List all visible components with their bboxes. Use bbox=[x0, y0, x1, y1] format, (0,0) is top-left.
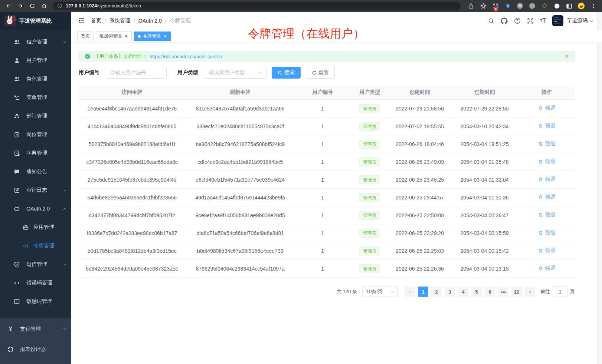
extensions-puzzle-icon[interactable] bbox=[552, 1, 562, 11]
next-page-button[interactable]: › bbox=[525, 287, 535, 297]
page-button-6[interactable]: 6 bbox=[485, 287, 495, 297]
refresh-token-cell: 811c530487574fa0af1a59d3abc1aa66 bbox=[185, 106, 295, 112]
doc-link[interactable]: https://doc.iocoder.cn/user-center/ bbox=[150, 54, 222, 59]
sidebar-item-post[interactable]: 岗位管理 bbox=[0, 125, 71, 144]
tag-view-tab[interactable]: 敏感词管理✕ bbox=[96, 32, 132, 41]
force-logout-button[interactable]: 强退 bbox=[538, 194, 555, 201]
green-star-extension-icon[interactable] bbox=[540, 1, 549, 11]
table-row: 1ea5e44f8bc1467aaede43144f31de76811c5304… bbox=[79, 100, 575, 118]
browser-menu-icon[interactable] bbox=[589, 1, 598, 11]
browser-forward-button[interactable] bbox=[16, 1, 25, 11]
force-logout-button[interactable]: 强退 bbox=[538, 212, 555, 218]
github-icon[interactable] bbox=[501, 17, 508, 24]
sidebar-item-sms[interactable]: 短信管理 bbox=[0, 255, 71, 274]
breadcrumb-separator: / bbox=[134, 18, 135, 24]
page-button-4[interactable]: 4 bbox=[458, 287, 468, 297]
sidebar-item-sensitive[interactable]: 敏感词管理 bbox=[0, 292, 71, 311]
bookmark-star-icon[interactable] bbox=[478, 1, 488, 11]
site-info-icon[interactable] bbox=[57, 3, 62, 9]
dot-extension-icon[interactable] bbox=[527, 1, 537, 11]
sidebar-item-role[interactable]: 角色管理 bbox=[0, 70, 71, 88]
extension-grid-icon[interactable]: 9 bbox=[491, 1, 500, 11]
page-more-button[interactable]: ••• bbox=[498, 287, 508, 297]
force-logout-button[interactable]: 强退 bbox=[538, 247, 555, 254]
sidebar-item-errcode[interactable]: 错误码管理 bbox=[0, 274, 71, 292]
force-logout-button[interactable]: 强退 bbox=[538, 229, 555, 236]
share-icon[interactable] bbox=[466, 1, 476, 11]
fullscreen-icon[interactable] bbox=[527, 17, 534, 24]
force-logout-button[interactable]: 强退 bbox=[538, 105, 555, 112]
page-button-1[interactable]: 1 bbox=[418, 287, 428, 297]
column-header: 访问令牌 bbox=[79, 89, 185, 96]
browser-reload-button[interactable] bbox=[27, 1, 37, 11]
page-button-12[interactable]: 12 bbox=[511, 287, 522, 297]
sidebar-item-report[interactable]: 报表设计器 bbox=[0, 339, 71, 360]
user-avatar[interactable] bbox=[552, 15, 563, 26]
page-button-3[interactable]: 3 bbox=[445, 287, 455, 297]
sidebar-item-pay[interactable]: ¥支付管理 bbox=[0, 319, 71, 339]
profile-avatar-emoji[interactable] bbox=[576, 1, 586, 11]
user-type-select[interactable]: 请选择用户类型 bbox=[204, 67, 267, 79]
search-icon[interactable] bbox=[488, 18, 494, 24]
help-icon[interactable] bbox=[514, 17, 521, 24]
refresh-token-cell: 49d1aa46d1454fbd87591444423be9fa bbox=[185, 195, 295, 201]
breadcrumb-item[interactable]: 首页 bbox=[91, 17, 101, 24]
tag-view-tab[interactable]: 首页 bbox=[77, 32, 94, 41]
tab-close-icon[interactable]: ✕ bbox=[124, 34, 128, 39]
actions-cell: 强退 bbox=[519, 265, 575, 272]
page-size-select[interactable]: 10条/页 bbox=[362, 287, 398, 297]
user-id-input[interactable] bbox=[105, 67, 167, 79]
sidebar-item-dept[interactable]: 部门管理 bbox=[0, 107, 71, 125]
breadcrumb-item[interactable]: 系统管理 bbox=[109, 17, 130, 24]
browser-home-button[interactable] bbox=[39, 1, 49, 11]
sidebar-item-dict[interactable]: 字典管理 bbox=[0, 144, 71, 162]
force-logout-button[interactable]: 强退 bbox=[538, 176, 555, 183]
username[interactable]: 芋道源码 bbox=[567, 17, 588, 24]
search-button[interactable]: 搜索 bbox=[272, 67, 301, 79]
prev-page-button[interactable]: ‹ bbox=[405, 287, 415, 297]
sidebar-bottom-menu: ¥支付管理报表设计器 bbox=[0, 318, 71, 364]
create-time-cell: 2022-07-02 18:55:55 bbox=[389, 123, 450, 129]
force-logout-button[interactable]: 强退 bbox=[538, 265, 555, 272]
breadcrumb-item[interactable]: OAuth 2.0 bbox=[138, 18, 162, 24]
expire-time-cell: 2054-03-04 00:36:47 bbox=[450, 212, 519, 218]
sidebar-item-oauth2[interactable]: OAuth 2.0 bbox=[0, 199, 71, 218]
table-row: b0d1785bc3a8482f812db4a3f3bd15ecb0df4980… bbox=[79, 242, 575, 260]
force-logout-button[interactable]: 强退 bbox=[538, 158, 555, 165]
sidebar-item-tenant[interactable]: 租户管理 bbox=[0, 33, 71, 51]
sidebar-item-notice[interactable]: 通知公告 bbox=[0, 162, 71, 181]
font-size-icon[interactable]: TT bbox=[540, 17, 546, 24]
tab-close-icon[interactable]: ✕ bbox=[163, 34, 167, 39]
page-scrollbar[interactable] bbox=[597, 12, 602, 364]
sidebar-collapse-icon[interactable] bbox=[78, 17, 85, 24]
user-type-cell: 管理员 bbox=[350, 175, 389, 184]
sidebar-item-oauth2-token[interactable]: 令牌管理 bbox=[0, 236, 71, 255]
reset-button[interactable]: 重置 bbox=[306, 67, 335, 79]
breadcrumb-separator: / bbox=[105, 18, 106, 24]
sidebar-toggle-icon[interactable] bbox=[564, 1, 574, 11]
page-button-2[interactable]: 2 bbox=[431, 287, 442, 297]
tag-view-tab[interactable]: 令牌管理✕ bbox=[134, 32, 171, 41]
gem-extension-icon[interactable] bbox=[503, 1, 513, 11]
breadcrumb-item: 令牌管理 bbox=[170, 17, 191, 24]
user-id-cell: 1 bbox=[295, 195, 350, 201]
browser-back-button[interactable] bbox=[4, 1, 13, 11]
user-caret-icon[interactable] bbox=[590, 19, 594, 23]
access-token-cell: 41c41346a548490f9dc8b01c6bfe0865 bbox=[79, 123, 185, 129]
page-button-5[interactable]: 5 bbox=[471, 287, 482, 297]
command-extension-icon[interactable]: ⌘ bbox=[515, 1, 525, 11]
sidebar-item-audit[interactable]: 审计日志 bbox=[0, 181, 71, 199]
force-logout-button[interactable]: 强退 bbox=[538, 140, 555, 147]
dict-icon bbox=[14, 150, 20, 156]
badge-icon bbox=[14, 132, 20, 138]
sidebar-item-menu[interactable]: 菜单管理 bbox=[0, 88, 71, 107]
refresh-token-cell: b0df4980ffd34c67a08f9156e4eee733 bbox=[185, 248, 295, 254]
goto-page-input[interactable] bbox=[553, 287, 567, 297]
app-logo[interactable]: 芋道管理系统 bbox=[0, 12, 71, 30]
force-logout-button[interactable]: 强退 bbox=[538, 123, 555, 129]
sidebar-item-user[interactable]: 用户管理 bbox=[0, 51, 71, 70]
sidebar-item-oauth2-app[interactable]: 应用管理 bbox=[0, 218, 71, 236]
alert-close-icon[interactable]: ✕ bbox=[564, 53, 569, 60]
address-bar[interactable]: 127.0.0.1:1024/system/oauth2/token bbox=[53, 2, 461, 10]
breadcrumb-separator: / bbox=[165, 18, 167, 24]
